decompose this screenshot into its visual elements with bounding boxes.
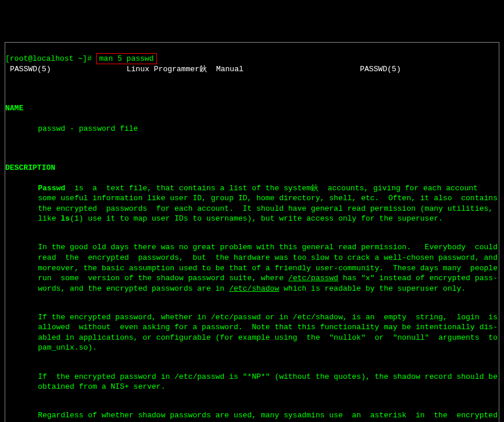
man-header-row: PASSWD(5)Linux Programmer鈥 ManualPASSWD(… [5, 64, 499, 75]
desc-p1d: (1) use it to map user IDs to usernames)… [70, 214, 443, 223]
name-text: passwd - password file [5, 124, 499, 134]
desc-paragraph-2: In the good old days there was no great … [5, 242, 499, 294]
shell-prompt: [root@localhost ~]# [5, 54, 96, 63]
passwd-bold: Passwd [38, 184, 65, 193]
man-header-center: Linux Programmer鈥 Manual [127, 64, 302, 75]
command-highlight-box: man 5 passwd [96, 53, 157, 65]
man-header-right: PASSWD(5) [302, 64, 418, 75]
command-text: man 5 passwd [99, 54, 154, 63]
etc-shadow-link: /etc/shadow [229, 284, 279, 293]
ls-bold: ls [61, 214, 70, 223]
etc-passwd-link: /etc/passwd [288, 274, 338, 283]
section-heading-name: NAME [5, 103, 499, 114]
desc-paragraph-4: If the encrypted password in /etc/passwd… [5, 372, 499, 392]
terminal-window[interactable]: [root@localhost ~]# man 5 passwd PASSWD(… [5, 42, 499, 422]
man-header-left: PASSWD(5) [10, 64, 127, 75]
desc-paragraph-3: If the encrypted password, whether in /e… [5, 312, 499, 353]
desc-paragraph-5: Regardless of whether shadow passwords a… [5, 410, 499, 422]
desc-p2e: which is readable by the superuser only. [279, 284, 466, 293]
shell-prompt-line: [root@localhost ~]# man 5 passwd [5, 54, 157, 63]
desc-paragraph-1: Passwd is a text file, that contains a l… [5, 183, 499, 224]
section-heading-description: DESCRIPTION [5, 163, 499, 173]
